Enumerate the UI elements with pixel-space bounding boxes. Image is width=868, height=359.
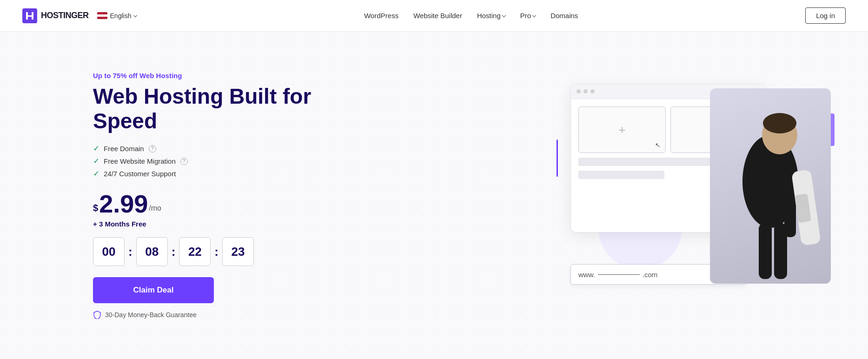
countdown-hours: 00 xyxy=(93,237,125,266)
navbar-left: HOSTINGER English xyxy=(22,8,137,23)
discount-highlight: 75% xyxy=(113,72,127,80)
feature-support: ✓ 24/7 Customer Support xyxy=(93,169,335,178)
language-label: English xyxy=(110,12,132,20)
hero-illustration: + ↖ + www. .com xyxy=(561,84,831,307)
countdown-sep-2: : xyxy=(171,245,177,259)
logo-icon xyxy=(22,8,37,23)
countdown-sep-3: : xyxy=(213,245,219,259)
price-display: $ 2.99 /mo xyxy=(93,191,335,216)
hero-badge: Up to 75% off Web Hosting xyxy=(93,72,335,80)
svg-rect-8 xyxy=(774,223,787,279)
hero-section: Up to 75% off Web Hosting Web Hosting Bu… xyxy=(0,32,868,359)
price-per: /mo xyxy=(149,204,161,213)
domain-com: .com xyxy=(643,271,658,279)
deco-line-1 xyxy=(557,140,558,177)
navbar-right: Log in xyxy=(805,7,846,24)
navbar: HOSTINGER English WordPress Website Buil… xyxy=(0,0,868,32)
shield-icon xyxy=(93,311,101,319)
hero-title: Web Hosting Built for Speed xyxy=(93,84,335,133)
countdown-seconds-units: 23 xyxy=(222,237,254,266)
svg-point-3 xyxy=(763,113,796,133)
browser-card-1: + ↖ xyxy=(578,106,666,153)
nav-hosting[interactable]: Hosting xyxy=(477,12,505,20)
hosting-dropdown-chevron xyxy=(502,13,506,17)
countdown-sep-1: : xyxy=(127,245,133,259)
browser-dot-1 xyxy=(576,89,581,93)
price-dollar: $ xyxy=(93,203,98,213)
domain-www: www. xyxy=(578,271,595,279)
countdown-minutes: 08 xyxy=(136,237,168,266)
browser-bar-2 xyxy=(578,171,664,179)
nav-pro[interactable]: Pro xyxy=(520,12,536,20)
logo[interactable]: HOSTINGER xyxy=(22,8,89,23)
language-dropdown-chevron xyxy=(133,13,137,17)
countdown-timer: 00 : 08 : 22 : 23 xyxy=(93,237,335,266)
price-block: $ 2.99 /mo xyxy=(93,191,335,216)
brand-name: HOSTINGER xyxy=(41,11,89,20)
login-button[interactable]: Log in xyxy=(805,7,846,24)
price-amount: 2.99 xyxy=(99,191,148,216)
check-icon-3: ✓ xyxy=(93,169,99,178)
domain-underline xyxy=(598,274,640,275)
feature-migration: ✓ Free Website Migration ? xyxy=(93,157,335,166)
guarantee-row: 30-Day Money-Back Guarantee xyxy=(93,311,335,319)
pro-dropdown-chevron xyxy=(532,13,536,17)
flag-us-icon xyxy=(97,12,107,19)
feature-free-domain: ✓ Free Domain ? xyxy=(93,144,335,153)
price-bonus: + 3 Months Free xyxy=(93,220,335,228)
check-icon-1: ✓ xyxy=(93,144,99,153)
browser-dot-3 xyxy=(590,89,595,93)
features-list: ✓ Free Domain ? ✓ Free Website Migration… xyxy=(93,144,335,178)
guarantee-text: 30-Day Money-Back Guarantee xyxy=(105,311,197,319)
nav-website-builder[interactable]: Website Builder xyxy=(413,12,462,20)
nav-domains[interactable]: Domains xyxy=(550,12,578,20)
browser-dot-2 xyxy=(583,89,588,93)
claim-deal-button[interactable]: Claim Deal xyxy=(93,277,214,303)
svg-rect-7 xyxy=(759,223,772,279)
hero-content: Up to 75% off Web Hosting Web Hosting Bu… xyxy=(93,72,335,319)
info-icon-migration[interactable]: ? xyxy=(180,158,188,165)
person-area xyxy=(710,88,831,284)
person-svg xyxy=(710,88,831,284)
info-icon-domain[interactable]: ? xyxy=(149,145,156,153)
language-selector[interactable]: English xyxy=(97,12,137,20)
countdown-seconds-tens: 22 xyxy=(179,237,211,266)
nav-wordpress[interactable]: WordPress xyxy=(364,12,398,20)
cursor-icon: ↖ xyxy=(655,141,661,149)
navbar-nav: WordPress Website Builder Hosting Pro Do… xyxy=(364,12,578,20)
check-icon-2: ✓ xyxy=(93,157,99,166)
